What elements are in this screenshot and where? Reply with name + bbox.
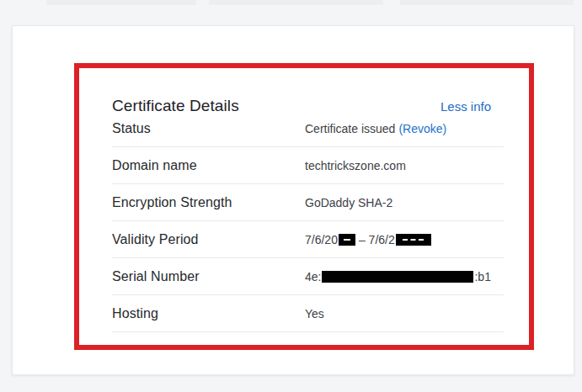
page: { "panel": { "title": "Certificate Detai…: [0, 0, 582, 392]
table-row-validity: Validity Period 7/6/20 – 7/6/2: [112, 221, 504, 258]
redaction-bar: [339, 234, 355, 246]
redaction-bar: [396, 234, 431, 246]
table-row-encryption: Encryption Strength GoDaddy SHA-2: [112, 184, 504, 221]
top-edge-strip: [46, 0, 196, 5]
domain-value: techtrickszone.com: [305, 159, 406, 172]
serial-label: Serial Number: [112, 269, 305, 284]
validity-value: 7/6/20 – 7/6/2: [305, 233, 432, 246]
serial-suffix-text: :b1: [474, 270, 490, 283]
hosting-value: Yes: [305, 307, 324, 320]
details-table: Status Certificate issued (Revoke) Domai…: [112, 110, 504, 332]
table-row-hosting: Hosting Yes: [112, 295, 504, 332]
status-text: Certificate issued: [305, 122, 395, 135]
redaction-mark: [344, 239, 350, 241]
serial-value: 4e: :b1: [305, 270, 491, 283]
hosting-label: Hosting: [112, 306, 305, 321]
top-edge-strip: [400, 0, 574, 5]
top-edge-strip: [209, 0, 383, 5]
revoke-link[interactable]: (Revoke): [398, 122, 446, 135]
redaction-mark: [403, 239, 424, 241]
encryption-value: GoDaddy SHA-2: [305, 196, 392, 209]
validity-end-text: – 7/6/2: [359, 233, 395, 246]
validity-start-text: 7/6/20: [305, 233, 338, 246]
table-row-serial: Serial Number 4e: :b1: [112, 258, 504, 295]
domain-label: Domain name: [112, 158, 305, 173]
certificate-details-card: Certificate Details Less info Status Cer…: [12, 25, 574, 375]
table-row-domain: Domain name techtrickszone.com: [112, 147, 504, 184]
table-row-status: Status Certificate issued (Revoke): [112, 110, 504, 147]
redaction-bar: [322, 271, 473, 283]
status-value: Certificate issued (Revoke): [305, 122, 446, 135]
status-label: Status: [112, 121, 305, 136]
validity-label: Validity Period: [112, 232, 305, 247]
serial-prefix-text: 4e:: [305, 270, 321, 283]
encryption-label: Encryption Strength: [112, 195, 305, 210]
